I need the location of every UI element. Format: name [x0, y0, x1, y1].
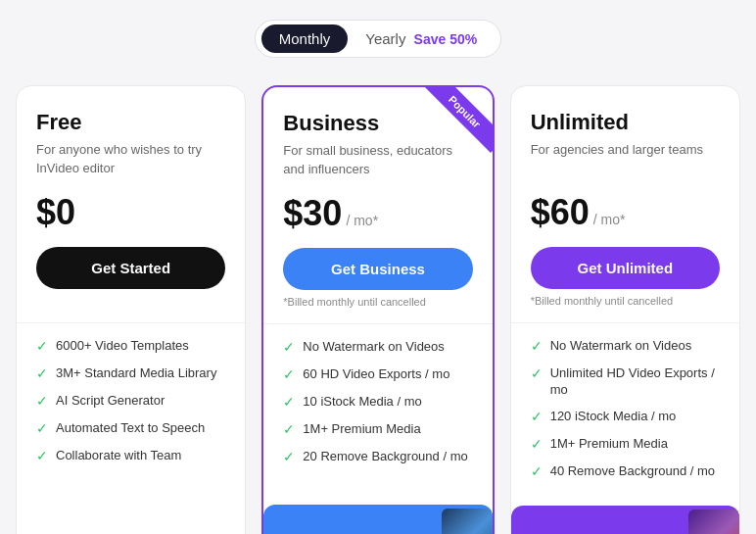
popular-ribbon-wrapper: Popular [424, 87, 493, 156]
check-icon-4: ✓ [36, 419, 48, 438]
yearly-label: Yearly [365, 30, 405, 47]
business-feature-1: ✓ No Watermark on Videos [283, 338, 472, 357]
free-plan-cta-button[interactable]: Get Started [36, 247, 225, 289]
unlimited-plan-card: Unlimited For agencies and larger teams … [510, 85, 740, 534]
business-feature-5-text: 20 Remove Background / mo [303, 448, 467, 465]
unlimited-plan-price: $60 [531, 192, 590, 233]
free-feature-2-text: 3M+ Standard Media Library [56, 364, 216, 382]
free-feature-5: ✓ Collaborate with Team [36, 447, 225, 465]
popular-ribbon-label: Popular [424, 87, 493, 153]
check-icon-u1: ✓ [531, 337, 543, 356]
business-plan-card: Popular Business For small business, edu… [261, 85, 494, 534]
pricing-cards-container: Free For anyone who wishes to try InVide… [16, 85, 740, 534]
free-plan-card: Free For anyone who wishes to try InVide… [16, 85, 246, 534]
monthly-toggle-btn[interactable]: Monthly [261, 24, 349, 53]
business-plan-divider [263, 323, 492, 324]
business-plan-billed-note: *Billed monthly until cancelled [283, 296, 472, 312]
free-plan-title: Free [36, 110, 225, 135]
check-icon-3: ✓ [36, 392, 48, 411]
free-plan-price: $0 [36, 192, 75, 233]
unlimited-feature-3-text: 120 iStock Media / mo [550, 408, 677, 425]
check-icon-b2: ✓ [283, 365, 295, 384]
business-feature-3-text: 10 iStock Media / mo [303, 393, 421, 411]
business-feature-1-text: No Watermark on Videos [303, 338, 445, 356]
unlimited-feature-3: ✓ 120 iStock Media / mo [531, 408, 720, 426]
free-feature-1: ✓ 6000+ Video Templates [36, 337, 225, 356]
free-feature-3-text: AI Script Generator [56, 392, 165, 410]
free-feature-5-text: Collaborate with Team [56, 447, 181, 464]
business-feature-3: ✓ 10 iStock Media / mo [283, 393, 472, 412]
check-icon-2: ✓ [36, 364, 48, 383]
unlimited-feature-2: ✓ Unlimited HD Video Exports / mo [531, 364, 720, 399]
unlimited-plan-features-list: ✓ No Watermark on Videos ✓ Unlimited HD … [531, 337, 720, 490]
check-icon-u3: ✓ [531, 408, 543, 426]
free-plan-description: For anyone who wishes to try InVideo edi… [36, 141, 225, 178]
business-feature-5: ✓ 20 Remove Background / mo [283, 448, 472, 466]
free-feature-3: ✓ AI Script Generator [36, 392, 225, 411]
unlimited-plan-billed-note: *Billed monthly until cancelled [531, 295, 720, 311]
free-feature-4: ✓ Automated Text to Speech [36, 419, 225, 438]
unlimited-plan-description: For agencies and larger teams [531, 141, 720, 178]
unlimited-feature-5-text: 40 Remove Background / mo [550, 462, 715, 480]
free-feature-1-text: 6000+ Video Templates [56, 337, 189, 355]
unlimited-feature-1: ✓ No Watermark on Videos [531, 337, 720, 356]
business-plan-features-list: ✓ No Watermark on Videos ✓ 60 HD Video E… [283, 338, 472, 474]
check-icon-u2: ✓ [531, 364, 543, 383]
unlimited-banner-phone: ▶ [688, 510, 739, 534]
free-plan-divider [17, 322, 245, 323]
free-feature-2: ✓ 3M+ Standard Media Library [36, 364, 225, 383]
check-icon-b3: ✓ [283, 393, 295, 412]
business-feature-2-text: 60 HD Video Exports / mo [303, 365, 449, 383]
business-plan-price-row: $30 / mo* [283, 193, 472, 234]
business-banner-phone: ▶ [442, 509, 493, 534]
business-feature-2: ✓ 60 HD Video Exports / mo [283, 365, 472, 384]
check-icon-5: ✓ [36, 447, 48, 465]
unlimited-plan-price-row: $60 / mo* [531, 192, 720, 233]
check-icon-u5: ✓ [531, 462, 543, 481]
unlimited-plan-title: Unlimited [531, 110, 720, 135]
unlimited-plan-cta-button[interactable]: Get Unlimited [531, 247, 720, 289]
check-icon-b4: ✓ [283, 420, 295, 439]
unlimited-plan-period: / mo* [593, 212, 626, 227]
unlimited-feature-1-text: No Watermark on Videos [550, 337, 692, 355]
save-badge: Save 50% [414, 31, 478, 47]
free-plan-billed-note [36, 295, 225, 311]
business-feature-4: ✓ 1M+ Premium Media [283, 420, 472, 439]
unlimited-feature-5: ✓ 40 Remove Background / mo [531, 462, 720, 481]
unlimited-feature-4-text: 1M+ Premium Media [550, 435, 668, 453]
check-icon-b5: ✓ [283, 448, 295, 466]
check-icon-u4: ✓ [531, 435, 543, 454]
business-plan-cta-button[interactable]: Get Business [283, 248, 472, 290]
unlimited-mobile-banner[interactable]: + Mobile app subscription ▶ [511, 506, 739, 534]
check-icon-b1: ✓ [283, 338, 295, 357]
free-plan-features-list: ✓ 6000+ Video Templates ✓ 3M+ Standard M… [36, 337, 225, 473]
unlimited-feature-2-text: Unlimited HD Video Exports / mo [550, 364, 720, 399]
check-icon-1: ✓ [36, 337, 48, 356]
free-feature-4-text: Automated Text to Speech [56, 419, 205, 437]
yearly-toggle-btn[interactable]: Yearly Save 50% [348, 24, 495, 53]
business-mobile-banner[interactable]: + Mobile app subscription ▶ [263, 505, 492, 534]
unlimited-plan-divider [511, 322, 739, 323]
business-plan-period: / mo* [346, 213, 378, 228]
unlimited-feature-4: ✓ 1M+ Premium Media [531, 435, 720, 454]
business-plan-price: $30 [283, 193, 342, 234]
billing-toggle: Monthly Yearly Save 50% [255, 20, 501, 58]
business-feature-4-text: 1M+ Premium Media [303, 420, 420, 438]
free-plan-price-row: $0 [36, 192, 225, 233]
